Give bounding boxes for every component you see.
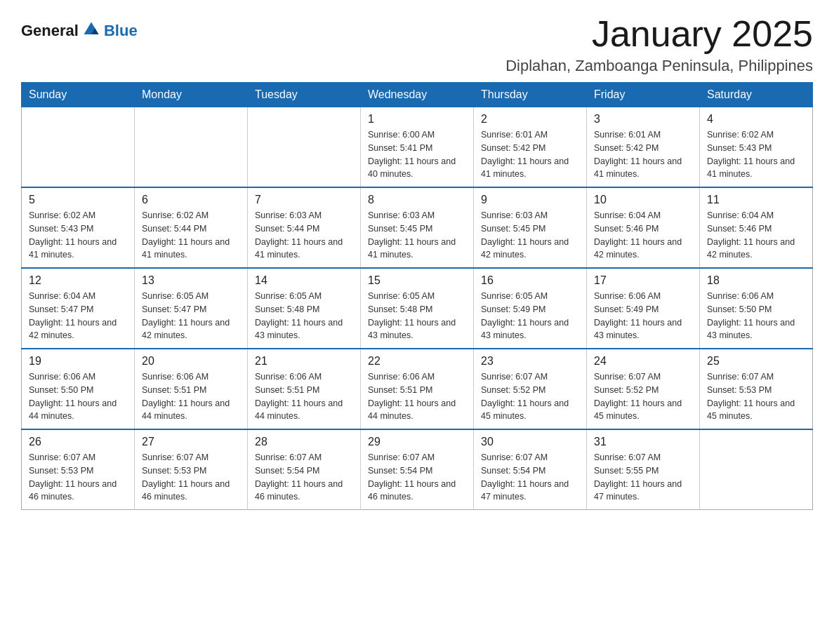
calendar-week-row: 19Sunrise: 6:06 AMSunset: 5:50 PMDayligh… — [22, 349, 813, 429]
logo-blue-text: Blue — [104, 22, 138, 40]
calendar-week-row: 12Sunrise: 6:04 AMSunset: 5:47 PMDayligh… — [22, 268, 813, 349]
calendar-day-cell: 15Sunrise: 6:05 AMSunset: 5:48 PMDayligh… — [361, 268, 474, 349]
calendar-day-cell: 8Sunrise: 6:03 AMSunset: 5:45 PMDaylight… — [361, 187, 474, 268]
day-info: Sunrise: 6:02 AMSunset: 5:44 PMDaylight:… — [142, 209, 240, 262]
day-info: Sunrise: 6:06 AMSunset: 5:51 PMDaylight:… — [255, 370, 353, 423]
day-number: 24 — [594, 355, 692, 368]
calendar-day-cell: 11Sunrise: 6:04 AMSunset: 5:46 PMDayligh… — [700, 187, 813, 268]
calendar-day-cell: 1Sunrise: 6:00 AMSunset: 5:41 PMDaylight… — [361, 107, 474, 188]
calendar-day-cell: 19Sunrise: 6:06 AMSunset: 5:50 PMDayligh… — [22, 349, 135, 429]
location-subtitle: Diplahan, Zamboanga Peninsula, Philippin… — [505, 57, 813, 75]
calendar-day-header: Saturday — [700, 83, 813, 107]
calendar-day-cell: 2Sunrise: 6:01 AMSunset: 5:42 PMDaylight… — [474, 107, 587, 188]
calendar-day-cell: 28Sunrise: 6:07 AMSunset: 5:54 PMDayligh… — [248, 429, 361, 510]
calendar-day-header: Sunday — [22, 83, 135, 107]
calendar-day-cell: 7Sunrise: 6:03 AMSunset: 5:44 PMDaylight… — [248, 187, 361, 268]
calendar-day-cell: 23Sunrise: 6:07 AMSunset: 5:52 PMDayligh… — [474, 349, 587, 429]
day-number: 12 — [29, 274, 127, 287]
day-number: 25 — [707, 355, 805, 368]
day-number: 8 — [368, 194, 466, 206]
calendar-day-header: Friday — [587, 83, 700, 107]
day-number: 17 — [594, 274, 692, 287]
day-info: Sunrise: 6:07 AMSunset: 5:54 PMDaylight:… — [481, 451, 579, 504]
day-number: 28 — [255, 436, 353, 448]
day-info: Sunrise: 6:07 AMSunset: 5:54 PMDaylight:… — [255, 451, 353, 504]
day-info: Sunrise: 6:03 AMSunset: 5:44 PMDaylight:… — [255, 209, 353, 262]
calendar-day-cell: 29Sunrise: 6:07 AMSunset: 5:54 PMDayligh… — [361, 429, 474, 510]
calendar-day-cell: 18Sunrise: 6:06 AMSunset: 5:50 PMDayligh… — [700, 268, 813, 349]
calendar-day-cell: 14Sunrise: 6:05 AMSunset: 5:48 PMDayligh… — [248, 268, 361, 349]
calendar-day-cell: 26Sunrise: 6:07 AMSunset: 5:53 PMDayligh… — [22, 429, 135, 510]
calendar-day-cell: 27Sunrise: 6:07 AMSunset: 5:53 PMDayligh… — [135, 429, 248, 510]
calendar-day-cell: 25Sunrise: 6:07 AMSunset: 5:53 PMDayligh… — [700, 349, 813, 429]
day-info: Sunrise: 6:06 AMSunset: 5:49 PMDaylight:… — [594, 290, 692, 342]
day-number: 3 — [594, 113, 692, 126]
day-number: 16 — [481, 274, 579, 287]
day-info: Sunrise: 6:07 AMSunset: 5:53 PMDaylight:… — [707, 370, 805, 423]
day-info: Sunrise: 6:06 AMSunset: 5:51 PMDaylight:… — [142, 370, 240, 423]
day-number: 26 — [29, 436, 127, 448]
day-number: 18 — [707, 274, 805, 287]
calendar-day-cell: 4Sunrise: 6:02 AMSunset: 5:43 PMDaylight… — [700, 107, 813, 188]
day-number: 2 — [481, 113, 579, 126]
day-info: Sunrise: 6:01 AMSunset: 5:42 PMDaylight:… — [481, 128, 579, 181]
day-info: Sunrise: 6:05 AMSunset: 5:49 PMDaylight:… — [481, 290, 579, 342]
calendar-day-header: Tuesday — [248, 83, 361, 107]
day-number: 27 — [142, 436, 240, 448]
day-number: 13 — [142, 274, 240, 287]
day-info: Sunrise: 6:02 AMSunset: 5:43 PMDaylight:… — [29, 209, 127, 262]
calendar-day-header: Monday — [135, 83, 248, 107]
calendar-day-cell: 6Sunrise: 6:02 AMSunset: 5:44 PMDaylight… — [135, 187, 248, 268]
calendar-day-cell: 9Sunrise: 6:03 AMSunset: 5:45 PMDaylight… — [474, 187, 587, 268]
calendar-day-cell: 22Sunrise: 6:06 AMSunset: 5:51 PMDayligh… — [361, 349, 474, 429]
day-info: Sunrise: 6:03 AMSunset: 5:45 PMDaylight:… — [368, 209, 466, 262]
day-info: Sunrise: 6:07 AMSunset: 5:53 PMDaylight:… — [29, 451, 127, 504]
day-info: Sunrise: 6:07 AMSunset: 5:53 PMDaylight:… — [142, 451, 240, 504]
calendar-week-row: 26Sunrise: 6:07 AMSunset: 5:53 PMDayligh… — [22, 429, 813, 510]
day-info: Sunrise: 6:07 AMSunset: 5:54 PMDaylight:… — [368, 451, 466, 504]
calendar-day-header: Wednesday — [361, 83, 474, 107]
logo: General Blue — [21, 21, 138, 41]
calendar-week-row: 5Sunrise: 6:02 AMSunset: 5:43 PMDaylight… — [22, 187, 813, 268]
calendar-day-cell — [22, 107, 135, 188]
day-number: 10 — [594, 194, 692, 206]
day-info: Sunrise: 6:06 AMSunset: 5:50 PMDaylight:… — [29, 370, 127, 423]
calendar-day-header: Thursday — [474, 83, 587, 107]
calendar-day-cell: 20Sunrise: 6:06 AMSunset: 5:51 PMDayligh… — [135, 349, 248, 429]
page-header: General Blue January 2025 Diplahan, Zamb… — [21, 14, 813, 75]
day-info: Sunrise: 6:05 AMSunset: 5:48 PMDaylight:… — [368, 290, 466, 342]
logo-icon — [81, 20, 101, 39]
day-number: 30 — [481, 436, 579, 448]
calendar-day-cell: 13Sunrise: 6:05 AMSunset: 5:47 PMDayligh… — [135, 268, 248, 349]
day-number: 21 — [255, 355, 353, 368]
day-number: 4 — [707, 113, 805, 126]
calendar-day-cell: 12Sunrise: 6:04 AMSunset: 5:47 PMDayligh… — [22, 268, 135, 349]
day-info: Sunrise: 6:07 AMSunset: 5:52 PMDaylight:… — [594, 370, 692, 423]
day-info: Sunrise: 6:02 AMSunset: 5:43 PMDaylight:… — [707, 128, 805, 181]
calendar-day-cell — [135, 107, 248, 188]
day-info: Sunrise: 6:07 AMSunset: 5:55 PMDaylight:… — [594, 451, 692, 504]
day-info: Sunrise: 6:00 AMSunset: 5:41 PMDaylight:… — [368, 128, 466, 181]
calendar-day-cell — [248, 107, 361, 188]
day-number: 14 — [255, 274, 353, 287]
day-number: 11 — [707, 194, 805, 206]
calendar-day-cell — [700, 429, 813, 510]
day-number: 19 — [29, 355, 127, 368]
day-number: 22 — [368, 355, 466, 368]
calendar-day-cell: 21Sunrise: 6:06 AMSunset: 5:51 PMDayligh… — [248, 349, 361, 429]
day-number: 1 — [368, 113, 466, 126]
day-info: Sunrise: 6:06 AMSunset: 5:50 PMDaylight:… — [707, 290, 805, 342]
day-number: 5 — [29, 194, 127, 206]
day-number: 6 — [142, 194, 240, 206]
calendar-day-cell: 24Sunrise: 6:07 AMSunset: 5:52 PMDayligh… — [587, 349, 700, 429]
title-block: January 2025 Diplahan, Zamboanga Peninsu… — [505, 14, 813, 75]
day-info: Sunrise: 6:01 AMSunset: 5:42 PMDaylight:… — [594, 128, 692, 181]
day-number: 31 — [594, 436, 692, 448]
day-info: Sunrise: 6:07 AMSunset: 5:52 PMDaylight:… — [481, 370, 579, 423]
calendar-day-cell: 30Sunrise: 6:07 AMSunset: 5:54 PMDayligh… — [474, 429, 587, 510]
calendar-table: SundayMondayTuesdayWednesdayThursdayFrid… — [21, 82, 813, 510]
calendar-header-row: SundayMondayTuesdayWednesdayThursdayFrid… — [22, 83, 813, 107]
day-number: 9 — [481, 194, 579, 206]
day-number: 20 — [142, 355, 240, 368]
day-number: 23 — [481, 355, 579, 368]
